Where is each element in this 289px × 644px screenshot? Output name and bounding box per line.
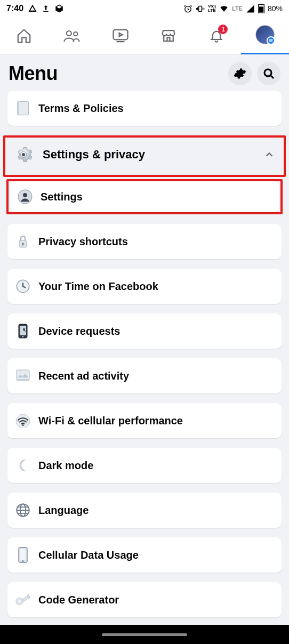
status-app-icon <box>28 4 37 13</box>
svg-point-5 <box>67 30 71 35</box>
battery-icon <box>258 4 264 13</box>
signal-icon <box>246 4 255 13</box>
menu-item-dark-mode[interactable]: Dark mode <box>7 448 282 483</box>
top-nav-tabs: 1 <box>0 17 289 54</box>
status-bar: 7:40 Vo))LTE LTE 80% <box>0 0 289 17</box>
gesture-pill[interactable] <box>102 633 187 636</box>
menu-item-settings[interactable]: Settings <box>10 181 279 212</box>
menu-item-language[interactable]: Language <box>7 493 282 528</box>
lte-indicator: LTE <box>232 5 243 12</box>
page-header: Menu <box>0 54 289 91</box>
gear-icon <box>234 67 246 80</box>
tab-friends[interactable] <box>48 17 96 54</box>
svg-point-20 <box>22 336 23 337</box>
group-label: Settings & privacy <box>43 148 145 162</box>
menu-item-label: Wi-Fi & cellular performance <box>38 415 183 427</box>
svg-rect-7 <box>113 29 127 39</box>
key-icon <box>15 592 31 608</box>
svg-point-6 <box>74 31 78 35</box>
phone-device-icon <box>15 547 31 563</box>
marketplace-icon <box>160 28 176 44</box>
menu-item-label: Terms & Policies <box>38 102 124 115</box>
document-icon <box>15 100 31 116</box>
menu-item-wifi-cellular-performance[interactable]: Wi-Fi & cellular performance <box>7 403 282 438</box>
alarm-icon <box>183 4 192 13</box>
tab-watch[interactable] <box>97 17 144 54</box>
header-settings-button[interactable] <box>228 62 252 85</box>
menu-item-recent-ad-activity[interactable]: Recent ad activity <box>7 358 282 393</box>
home-icon <box>16 28 32 44</box>
menu-item-device-requests[interactable]: Device requests <box>7 313 282 349</box>
svg-rect-24 <box>17 380 29 381</box>
menu-item-label: Cellular Data Usage <box>38 549 139 561</box>
lock-icon <box>15 234 31 249</box>
page-title: Menu <box>9 62 58 85</box>
group-settings-privacy[interactable]: Settings & privacy <box>5 138 284 172</box>
image-icon <box>15 368 31 384</box>
svg-point-11 <box>22 153 25 156</box>
highlight-box-group: Settings & privacy <box>3 135 286 177</box>
menu-item-privacy-shortcuts[interactable]: Privacy shortcuts <box>7 224 282 259</box>
menu-item-label: Device requests <box>38 325 120 337</box>
menu-item-label: Settings <box>41 191 83 203</box>
menu-item-label: Code Generator <box>38 594 119 606</box>
notification-badge: 1 <box>218 25 228 34</box>
menu-item-label: Dark mode <box>38 460 93 472</box>
svg-rect-10 <box>18 101 19 115</box>
menu-item-code-generator[interactable]: Code Generator <box>7 582 282 617</box>
search-icon <box>262 67 275 80</box>
friends-icon <box>63 28 81 44</box>
svg-rect-23 <box>17 370 29 380</box>
svg-point-26 <box>22 424 23 426</box>
status-time: 7:40 <box>6 4 23 13</box>
gear-icon <box>14 145 33 164</box>
chevron-up-icon <box>263 149 275 160</box>
status-right: Vo))LTE LTE 80% <box>183 4 283 13</box>
clock-icon <box>15 278 31 294</box>
wifi-icon <box>219 4 229 13</box>
phone-icon <box>15 323 31 339</box>
menu-item-terms-policies[interactable]: Terms & Policies <box>7 91 282 126</box>
header-search-button[interactable] <box>257 62 280 85</box>
hamburger-overlay-icon <box>267 36 275 45</box>
person-circle-icon <box>17 189 33 205</box>
svg-rect-19 <box>20 326 26 335</box>
tab-menu[interactable] <box>241 17 289 54</box>
svg-rect-1 <box>199 6 202 11</box>
upload-icon <box>42 4 50 13</box>
gesture-nav-bar <box>0 625 289 644</box>
svg-point-33 <box>18 600 21 602</box>
wifi-icon <box>15 413 31 429</box>
svg-rect-4 <box>259 6 263 12</box>
tab-notifications[interactable]: 1 <box>192 17 240 54</box>
tab-home[interactable] <box>0 17 48 54</box>
volte-indicator: Vo))LTE <box>208 4 216 13</box>
svg-point-31 <box>22 560 23 562</box>
menu-item-label: Language <box>38 504 89 517</box>
svg-point-8 <box>264 69 271 76</box>
menu-item-your-time-on-facebook[interactable]: Your Time on Facebook <box>7 269 282 304</box>
menu-item-label: Recent ad activity <box>38 370 129 382</box>
menu-item-label: Privacy shortcuts <box>38 236 128 248</box>
battery-percent: 80% <box>268 4 283 13</box>
menu-item-label: Your Time on Facebook <box>38 280 158 293</box>
globe-icon <box>15 502 31 518</box>
highlight-box-settings: Settings <box>6 179 283 214</box>
tab-marketplace[interactable] <box>144 17 192 54</box>
moon-icon <box>15 457 31 473</box>
svg-rect-16 <box>22 244 23 246</box>
menu-item-cellular-data-usage[interactable]: Cellular Data Usage <box>7 537 282 573</box>
package-icon <box>54 4 64 13</box>
avatar <box>255 25 275 44</box>
watch-icon <box>112 28 129 44</box>
svg-point-13 <box>23 193 27 197</box>
svg-rect-30 <box>20 549 26 560</box>
vibrate-icon <box>196 4 205 13</box>
status-left: 7:40 <box>6 4 64 13</box>
